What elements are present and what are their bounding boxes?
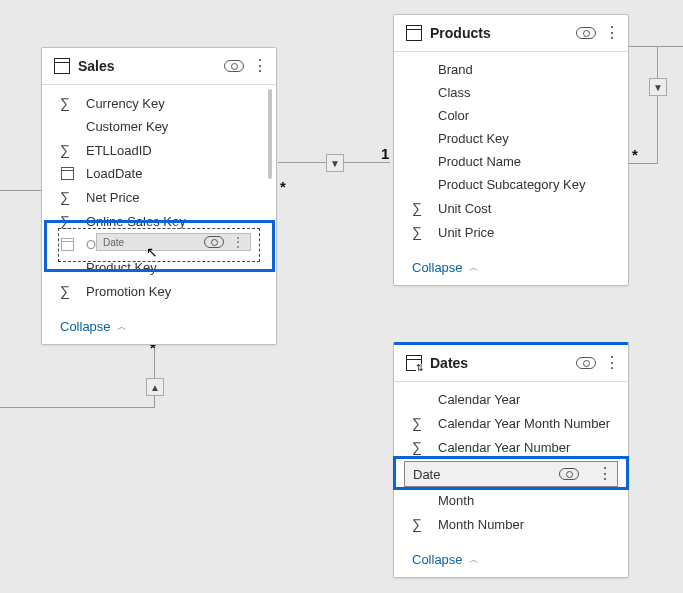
drag-ghost-label: Date: [103, 237, 124, 248]
field-list: Calendar Year ∑Calendar Year Month Numbe…: [394, 382, 628, 542]
sigma-icon: ∑: [412, 516, 426, 532]
field-class[interactable]: Class: [394, 81, 628, 104]
field-label: Calendar Year Number: [438, 440, 570, 455]
sigma-icon: ∑: [60, 213, 74, 229]
date-table-icon: [406, 355, 422, 371]
field-color[interactable]: Color: [394, 104, 628, 127]
sigma-icon: ∑: [412, 200, 426, 216]
field-label: Unit Price: [438, 225, 494, 240]
field-product-subcategory-key[interactable]: Product Subcategory Key: [394, 173, 628, 196]
field-product-name[interactable]: Product Name: [394, 150, 628, 173]
sigma-icon: ∑: [412, 224, 426, 240]
cardinality-one: 1: [381, 145, 389, 162]
field-label: Customer Key: [86, 119, 168, 134]
visibility-icon: [204, 236, 224, 248]
filter-direction-icon[interactable]: ▼: [649, 78, 667, 96]
relationship-line: [0, 407, 154, 408]
card-header: Sales ⋮: [42, 48, 276, 85]
field-load-date[interactable]: LoadDate: [42, 162, 276, 185]
table-title: Products: [430, 25, 568, 41]
chevron-up-icon: ︿: [469, 261, 479, 275]
table-title: Sales: [78, 58, 216, 74]
field-label: Month Number: [438, 517, 524, 532]
collapse-link[interactable]: Collapse︿: [42, 309, 276, 344]
table-icon: [406, 25, 422, 41]
field-label: Unit Cost: [438, 201, 491, 216]
sigma-icon: ∑: [412, 415, 426, 431]
relationship-line: [657, 46, 658, 164]
field-month-number[interactable]: ∑Month Number: [394, 512, 628, 536]
sigma-icon: ∑: [60, 95, 74, 111]
sigma-icon: ∑: [412, 439, 426, 455]
filter-direction-icon[interactable]: ▲: [146, 378, 164, 396]
field-label: Net Price: [86, 190, 139, 205]
chevron-up-icon: ︿: [117, 320, 127, 334]
field-date[interactable]: Date ⋮: [404, 461, 618, 487]
visibility-icon[interactable]: [559, 468, 579, 480]
field-promotion-key[interactable]: ∑Promotion Key: [42, 279, 276, 303]
chevron-up-icon: ︿: [469, 553, 479, 567]
field-calendar-year[interactable]: Calendar Year: [394, 388, 628, 411]
field-customer-key[interactable]: Customer Key: [42, 115, 276, 138]
more-options-icon[interactable]: ⋮: [604, 355, 616, 371]
field-label: Product Key: [438, 131, 509, 146]
field-product-key[interactable]: Product Key: [394, 127, 628, 150]
calendar-icon: [61, 167, 74, 180]
field-list: ∑Currency Key Customer Key ∑ETLLoadID Lo…: [42, 85, 276, 309]
field-etl-load-id[interactable]: ∑ETLLoadID: [42, 138, 276, 162]
field-label: ETLLoadID: [86, 143, 152, 158]
relationship-line: [628, 46, 683, 47]
table-icon: [54, 58, 70, 74]
drag-ghost: Date ⋮: [96, 233, 251, 251]
table-title: Dates: [430, 355, 568, 371]
collapse-label: Collapse: [60, 319, 111, 334]
field-calendar-year-number[interactable]: ∑Calendar Year Number: [394, 435, 628, 459]
field-currency-key[interactable]: ∑Currency Key: [42, 91, 276, 115]
relationship-line: [628, 163, 657, 164]
visibility-icon[interactable]: [224, 60, 244, 72]
scrollbar[interactable]: [268, 89, 272, 179]
more-options-icon[interactable]: ⋮: [252, 58, 264, 74]
card-header: Dates ⋮: [394, 345, 628, 382]
field-label: Month: [438, 493, 474, 508]
filter-direction-icon[interactable]: ▼: [326, 154, 344, 172]
field-label: Online Sales Key: [86, 214, 186, 229]
field-label: Promotion Key: [86, 284, 171, 299]
field-label: Product Subcategory Key: [438, 177, 585, 192]
field-label: LoadDate: [86, 166, 142, 181]
field-label: Brand: [438, 62, 473, 77]
table-card-products[interactable]: Products ⋮ Brand Class Color Product Key…: [393, 14, 629, 286]
field-net-price[interactable]: ∑Net Price: [42, 185, 276, 209]
visibility-icon[interactable]: [576, 357, 596, 369]
field-month[interactable]: Month: [394, 489, 628, 512]
field-unit-price[interactable]: ∑Unit Price: [394, 220, 628, 244]
more-options-icon: ⋮: [232, 235, 244, 249]
more-options-icon[interactable]: ⋮: [597, 466, 609, 482]
collapse-label: Collapse: [412, 552, 463, 567]
relationship-line: [0, 190, 41, 191]
more-options-icon[interactable]: ⋮: [604, 25, 616, 41]
field-label: Class: [438, 85, 471, 100]
field-label: Product Name: [438, 154, 521, 169]
field-label: Product Key: [86, 260, 157, 275]
collapse-label: Collapse: [412, 260, 463, 275]
field-list: Brand Class Color Product Key Product Na…: [394, 52, 628, 250]
table-card-sales[interactable]: Sales ⋮ ∑Currency Key Customer Key ∑ETLL…: [41, 47, 277, 345]
sigma-icon: ∑: [60, 283, 74, 299]
cardinality-many: *: [280, 178, 286, 195]
sigma-icon: ∑: [60, 142, 74, 158]
field-label: Date: [413, 467, 440, 482]
field-calendar-year-month-number[interactable]: ∑Calendar Year Month Number: [394, 411, 628, 435]
collapse-link[interactable]: Collapse︿: [394, 542, 628, 577]
field-label: Color: [438, 108, 469, 123]
collapse-link[interactable]: Collapse︿: [394, 250, 628, 285]
field-label: Calendar Year Month Number: [438, 416, 610, 431]
field-label: Calendar Year: [438, 392, 520, 407]
field-brand[interactable]: Brand: [394, 58, 628, 81]
sigma-icon: ∑: [60, 189, 74, 205]
visibility-icon[interactable]: [576, 27, 596, 39]
field-unit-cost[interactable]: ∑Unit Cost: [394, 196, 628, 220]
field-label: Currency Key: [86, 96, 165, 111]
table-card-dates[interactable]: Dates ⋮ Calendar Year ∑Calendar Year Mon…: [393, 342, 629, 578]
card-header: Products ⋮: [394, 15, 628, 52]
